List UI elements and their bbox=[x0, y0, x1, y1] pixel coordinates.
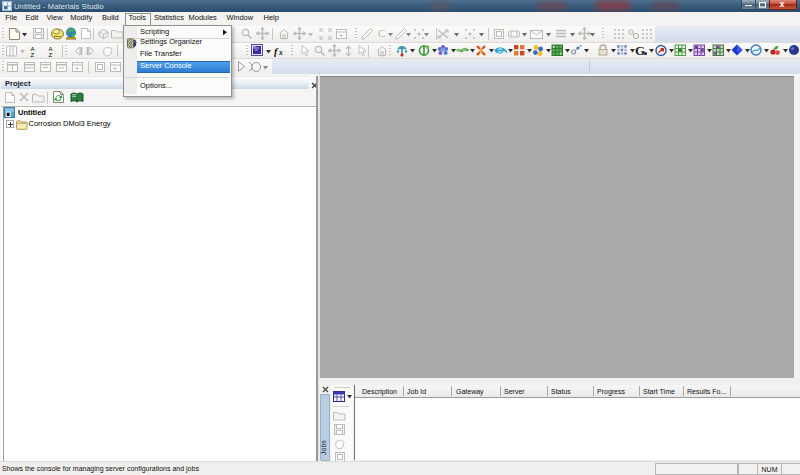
svg-text:Z: Z bbox=[49, 51, 53, 57]
svg-text:x: x bbox=[278, 47, 283, 56]
svg-text:C: C bbox=[378, 28, 385, 39]
svg-text:Z: Z bbox=[31, 51, 35, 57]
svg-text:G: G bbox=[635, 44, 645, 57]
